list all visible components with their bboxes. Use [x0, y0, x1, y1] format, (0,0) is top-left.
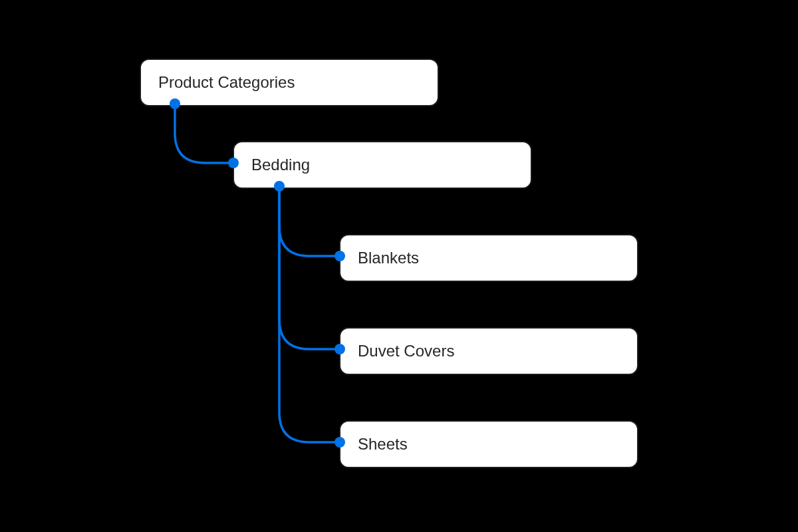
connector-dot	[334, 251, 345, 261]
connector-dot	[274, 181, 285, 192]
node-sheets: Sheets	[339, 420, 638, 468]
node-duvet-covers: Duvet Covers	[339, 327, 638, 375]
connector-dot	[334, 344, 345, 354]
node-label: Bedding	[251, 156, 310, 174]
node-blankets: Blankets	[339, 234, 638, 282]
connector-dot	[334, 437, 345, 448]
node-label: Sheets	[358, 435, 408, 454]
node-label: Product Categories	[158, 73, 295, 92]
node-label: Duvet Covers	[358, 342, 454, 360]
connector-dot	[170, 98, 180, 109]
connector-dot	[228, 158, 239, 168]
node-product-categories: Product Categories	[140, 59, 439, 106]
node-label: Blankets	[358, 249, 419, 267]
tree-diagram: Product Categories Bedding Blankets Duve…	[0, 0, 798, 532]
